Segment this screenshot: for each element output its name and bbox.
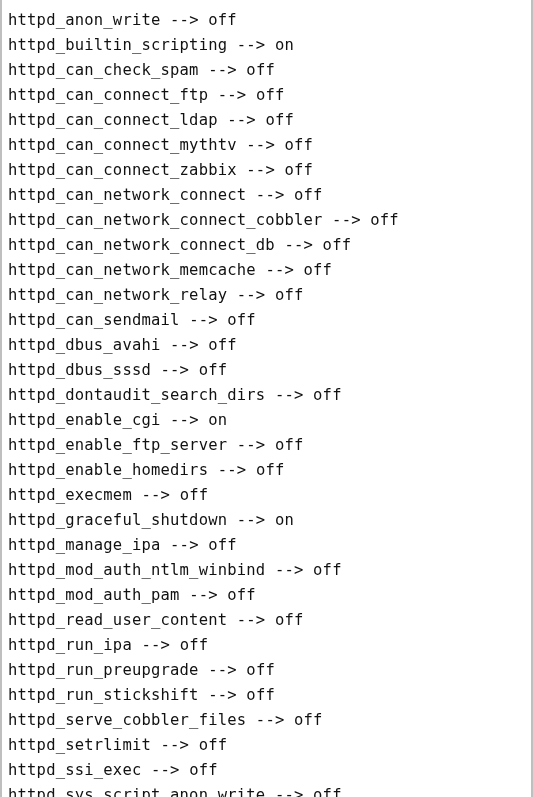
- boolean-name: httpd_dbus_avahi: [8, 336, 161, 354]
- arrow: -->: [275, 786, 304, 797]
- boolean-name: httpd_graceful_shutdown: [8, 511, 227, 529]
- boolean-name: httpd_ssi_exec: [8, 761, 141, 779]
- arrow: -->: [189, 311, 218, 329]
- boolean-name: httpd_can_sendmail: [8, 311, 180, 329]
- boolean-line: httpd_can_connect_ldap --> off: [8, 108, 527, 133]
- arrow: -->: [189, 586, 218, 604]
- boolean-value: off: [313, 561, 342, 579]
- boolean-line: httpd_mod_auth_ntlm_winbind --> off: [8, 558, 527, 583]
- boolean-line: httpd_sys_script_anon_write --> off: [8, 783, 527, 797]
- boolean-value: off: [208, 536, 237, 554]
- boolean-value: on: [275, 36, 294, 54]
- boolean-value: off: [265, 111, 294, 129]
- boolean-value: off: [275, 286, 304, 304]
- terminal-output: httpd_anon_write --> offhttpd_builtin_sc…: [0, 0, 533, 797]
- boolean-name: httpd_can_network_connect_cobbler: [8, 211, 323, 229]
- boolean-line: httpd_graceful_shutdown --> on: [8, 508, 527, 533]
- boolean-value: off: [304, 261, 333, 279]
- arrow: -->: [256, 711, 285, 729]
- boolean-line: httpd_enable_ftp_server --> off: [8, 433, 527, 458]
- arrow: -->: [275, 386, 304, 404]
- boolean-line: httpd_can_check_spam --> off: [8, 58, 527, 83]
- arrow: -->: [170, 411, 199, 429]
- boolean-name: httpd_dbus_sssd: [8, 361, 151, 379]
- boolean-line: httpd_can_connect_zabbix --> off: [8, 158, 527, 183]
- boolean-line: httpd_mod_auth_pam --> off: [8, 583, 527, 608]
- boolean-name: httpd_builtin_scripting: [8, 36, 227, 54]
- boolean-line: httpd_enable_cgi --> on: [8, 408, 527, 433]
- boolean-value: off: [284, 161, 313, 179]
- boolean-line: httpd_can_network_connect_db --> off: [8, 233, 527, 258]
- boolean-name: httpd_execmem: [8, 486, 132, 504]
- boolean-value: off: [256, 86, 285, 104]
- boolean-name: httpd_can_connect_ldap: [8, 111, 218, 129]
- boolean-line: httpd_dbus_sssd --> off: [8, 358, 527, 383]
- arrow: -->: [218, 461, 247, 479]
- arrow: -->: [161, 361, 190, 379]
- boolean-value: off: [370, 211, 399, 229]
- boolean-value: off: [246, 661, 275, 679]
- boolean-line: httpd_run_preupgrade --> off: [8, 658, 527, 683]
- boolean-line: httpd_read_user_content --> off: [8, 608, 527, 633]
- boolean-name: httpd_setrlimit: [8, 736, 151, 754]
- boolean-value: on: [208, 411, 227, 429]
- boolean-name: httpd_anon_write: [8, 11, 161, 29]
- arrow: -->: [256, 186, 285, 204]
- arrow: -->: [170, 336, 199, 354]
- boolean-value: off: [180, 486, 209, 504]
- arrow: -->: [161, 736, 190, 754]
- boolean-name: httpd_can_connect_zabbix: [8, 161, 237, 179]
- boolean-line: httpd_can_sendmail --> off: [8, 308, 527, 333]
- boolean-name: httpd_can_network_relay: [8, 286, 227, 304]
- boolean-value: off: [275, 436, 304, 454]
- arrow: -->: [208, 686, 237, 704]
- arrow: -->: [141, 486, 170, 504]
- arrow: -->: [170, 536, 199, 554]
- arrow: -->: [237, 436, 266, 454]
- boolean-line: httpd_run_stickshift --> off: [8, 683, 527, 708]
- boolean-line: httpd_execmem --> off: [8, 483, 527, 508]
- boolean-line: httpd_builtin_scripting --> on: [8, 33, 527, 58]
- boolean-line: httpd_can_network_connect --> off: [8, 183, 527, 208]
- boolean-value: off: [246, 61, 275, 79]
- boolean-name: httpd_can_connect_ftp: [8, 86, 208, 104]
- boolean-name: httpd_read_user_content: [8, 611, 227, 629]
- boolean-line: httpd_serve_cobbler_files --> off: [8, 708, 527, 733]
- boolean-line: httpd_manage_ipa --> off: [8, 533, 527, 558]
- arrow: -->: [218, 86, 247, 104]
- boolean-value: off: [208, 11, 237, 29]
- boolean-line: httpd_run_ipa --> off: [8, 633, 527, 658]
- boolean-line: httpd_can_connect_ftp --> off: [8, 83, 527, 108]
- boolean-value: off: [208, 336, 237, 354]
- boolean-value: on: [275, 511, 294, 529]
- arrow: -->: [141, 636, 170, 654]
- arrow: -->: [246, 136, 275, 154]
- boolean-value: off: [294, 186, 323, 204]
- boolean-name: httpd_mod_auth_pam: [8, 586, 180, 604]
- boolean-value: off: [323, 236, 352, 254]
- arrow: -->: [275, 561, 304, 579]
- boolean-value: off: [199, 361, 228, 379]
- boolean-line: httpd_enable_homedirs --> off: [8, 458, 527, 483]
- boolean-name: httpd_enable_cgi: [8, 411, 161, 429]
- boolean-value: off: [199, 736, 228, 754]
- boolean-name: httpd_run_stickshift: [8, 686, 199, 704]
- boolean-name: httpd_manage_ipa: [8, 536, 161, 554]
- arrow: -->: [237, 511, 266, 529]
- arrow: -->: [151, 761, 180, 779]
- boolean-line: httpd_dontaudit_search_dirs --> off: [8, 383, 527, 408]
- boolean-name: httpd_serve_cobbler_files: [8, 711, 246, 729]
- boolean-value: off: [294, 711, 323, 729]
- boolean-value: off: [189, 761, 218, 779]
- boolean-name: httpd_mod_auth_ntlm_winbind: [8, 561, 265, 579]
- boolean-name: httpd_enable_homedirs: [8, 461, 208, 479]
- arrow: -->: [284, 236, 313, 254]
- boolean-name: httpd_run_preupgrade: [8, 661, 199, 679]
- arrow: -->: [237, 286, 266, 304]
- boolean-line: httpd_can_connect_mythtv --> off: [8, 133, 527, 158]
- boolean-name: httpd_can_check_spam: [8, 61, 199, 79]
- arrow: -->: [170, 11, 199, 29]
- boolean-name: httpd_can_network_connect: [8, 186, 246, 204]
- arrow: -->: [208, 661, 237, 679]
- boolean-value: off: [313, 786, 342, 797]
